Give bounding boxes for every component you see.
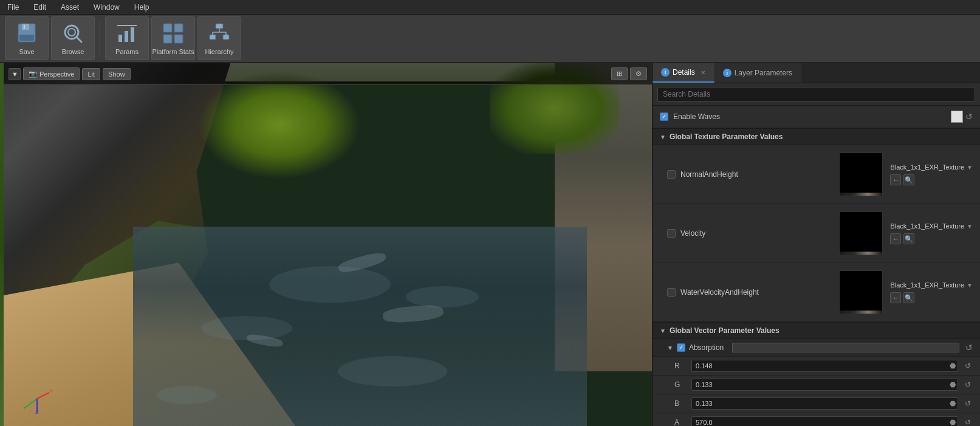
search-input[interactable] (657, 87, 975, 101)
toolbar-separator-1 (100, 20, 100, 57)
panel-tabs: i Details ✕ i Layer Parameters (653, 63, 980, 83)
perspective-button[interactable]: 📷 Perspective (23, 67, 80, 80)
viewport-maximize-btn[interactable]: ⊞ (611, 67, 628, 80)
viewport-dropdown-btn[interactable]: ▼ (9, 68, 21, 80)
global-texture-section-title: Global Texture Parameter Values (670, 132, 783, 141)
save-icon (15, 21, 39, 46)
a-input[interactable] (691, 416, 958, 426)
g-input[interactable] (691, 379, 958, 391)
details-content[interactable]: Enable Waves ↺ ▼ Global Texture Paramete… (653, 106, 980, 426)
axis-indicator: X Y Z (22, 383, 52, 414)
normal-and-height-row: NormalAndHeight Black_1x1_EXR_Texture ▼ … (653, 145, 980, 204)
normal-and-height-texture-name: Black_1x1_EXR_Texture (890, 163, 964, 171)
enable-waves-checkbox[interactable] (660, 112, 668, 121)
scene-container (4, 63, 652, 426)
menu-asset[interactable]: Asset (58, 2, 81, 13)
g-reset-btn[interactable]: ↺ (963, 380, 973, 390)
g-value-row: G ⬣ ↺ (653, 376, 980, 394)
details-tab-close[interactable]: ✕ (701, 69, 705, 76)
water-velocity-search-btn[interactable]: 🔍 (903, 292, 914, 303)
viewport-settings-btn[interactable]: ⚙ (630, 67, 647, 80)
water-velocity-texture-controls: Black_1x1_EXR_Texture ▼ ← 🔍 (890, 281, 973, 303)
global-texture-section-header[interactable]: ▼ Global Texture Parameter Values (653, 128, 980, 145)
details-tab-label: Details (673, 68, 695, 77)
menu-edit[interactable]: Edit (31, 2, 49, 13)
menu-help[interactable]: Help (132, 2, 152, 13)
menu-file[interactable]: File (5, 2, 21, 13)
global-vector-section-header[interactable]: ▼ Global Vector Parameter Values (653, 322, 980, 339)
a-reset-btn[interactable]: ↺ (963, 417, 973, 426)
browse-button[interactable]: Browse (51, 16, 95, 60)
r-input[interactable] (691, 360, 958, 372)
a-slider-icon: ⬣ (950, 418, 956, 426)
normal-and-height-search-btn[interactable]: 🔍 (903, 174, 914, 185)
absorption-checkbox[interactable] (677, 343, 685, 352)
velocity-row: Velocity Black_1x1_EXR_Texture ▼ ← 🔍 (653, 204, 980, 263)
b-reset-btn[interactable]: ↺ (963, 399, 973, 408)
b-input[interactable] (691, 397, 958, 410)
a-label: A (674, 418, 687, 426)
velocity-checkbox[interactable] (667, 229, 676, 238)
normal-and-height-name-row: Black_1x1_EXR_Texture ▼ (890, 163, 973, 171)
velocity-arrow-btn[interactable]: ← (890, 233, 901, 244)
viewport[interactable]: ▼ 📷 Perspective Lit Show ⊞ ⚙ (4, 63, 652, 426)
enable-waves-reset-icon[interactable]: ↺ (965, 112, 973, 122)
normal-and-height-texture-preview[interactable] (839, 153, 883, 196)
save-button[interactable]: Save (5, 16, 49, 60)
svg-rect-12 (174, 24, 183, 32)
velocity-search-btn[interactable]: 🔍 (903, 233, 914, 244)
svg-line-22 (37, 393, 49, 399)
svg-rect-13 (163, 35, 172, 43)
absorption-collapse-arrow[interactable]: ▼ (667, 345, 673, 351)
menu-window[interactable]: Window (91, 2, 122, 13)
global-vector-section-title: Global Vector Parameter Values (670, 326, 780, 335)
browse-label: Browse (62, 48, 84, 55)
tab-layer-params[interactable]: i Layer Parameters (714, 63, 801, 83)
absorption-bar (732, 343, 959, 352)
r-reset-btn[interactable]: ↺ (963, 361, 973, 371)
normal-and-height-arrow-btn[interactable]: ← (890, 174, 901, 185)
normal-and-height-checkbox[interactable] (667, 170, 676, 179)
b-value-row: B ⬣ ↺ (653, 394, 980, 413)
svg-line-6 (77, 37, 81, 42)
platform-stats-icon (161, 21, 185, 46)
water-velocity-name-row: Black_1x1_EXR_Texture ▼ (890, 281, 973, 289)
b-slider-icon: ⬣ (950, 399, 956, 408)
params-button[interactable]: Params (105, 16, 149, 60)
water-highlight-3 (382, 304, 444, 325)
g-slider-icon: ⬣ (950, 380, 956, 389)
lit-button[interactable]: Lit (82, 68, 100, 80)
svg-rect-10 (117, 25, 137, 26)
water-velocity-arrow-btn[interactable]: ← (890, 292, 901, 303)
velocity-dropdown-arrow[interactable]: ▼ (967, 223, 973, 230)
platform-stats-label: Platform Stats (152, 48, 194, 55)
normal-and-height-dropdown-arrow[interactable]: ▼ (967, 164, 973, 171)
foliage-top-left (198, 70, 360, 179)
svg-rect-2 (19, 35, 34, 41)
svg-rect-9 (131, 27, 134, 42)
normal-and-height-label: NormalAndHeight (680, 170, 738, 179)
tab-details[interactable]: i Details ✕ (653, 63, 714, 83)
r-value-row: R ⬣ ↺ (653, 357, 980, 376)
water-velocity-row: WaterVelocityAndHeight Black_1x1_EXR_Tex… (653, 263, 980, 322)
water-velocity-checkbox[interactable] (667, 288, 676, 297)
hierarchy-icon (207, 21, 231, 46)
water-velocity-preview-bar (840, 311, 882, 314)
global-vector-collapse-arrow: ▼ (660, 328, 666, 334)
water-ripple-1 (269, 266, 391, 303)
hierarchy-button[interactable]: Hierarchy (197, 16, 241, 60)
water-velocity-texture-preview[interactable] (839, 270, 883, 314)
details-tab-icon: i (661, 68, 670, 77)
water-area (133, 227, 587, 426)
g-input-wrap: ⬣ (691, 379, 958, 391)
show-button[interactable]: Show (103, 68, 131, 80)
save-label: Save (19, 48, 34, 55)
platform-stats-button[interactable]: Platform Stats (151, 16, 195, 60)
b-label: B (674, 399, 687, 408)
velocity-texture-preview[interactable] (839, 211, 883, 255)
enable-waves-color-swatch[interactable] (951, 111, 963, 123)
water-velocity-dropdown-arrow[interactable]: ▼ (967, 282, 973, 289)
main-content: ▼ 📷 Perspective Lit Show ⊞ ⚙ (0, 63, 980, 426)
absorption-reset-icon[interactable]: ↺ (965, 343, 973, 352)
svg-rect-17 (223, 35, 229, 40)
